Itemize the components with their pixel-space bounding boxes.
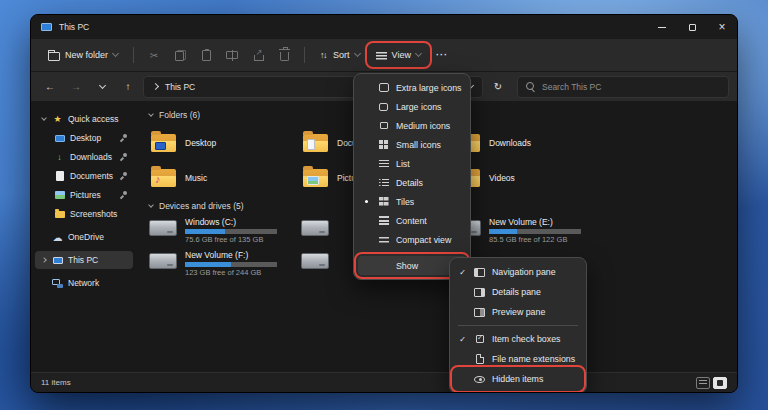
chevron-down-icon [112, 50, 119, 57]
submenu-item-details-pane[interactable]: Details pane [454, 282, 582, 302]
minimize-button[interactable] [647, 15, 677, 39]
search-input[interactable] [542, 82, 720, 92]
sidebar-item-label: Network [68, 278, 99, 288]
cut-icon [150, 50, 158, 61]
navigation-pane: Quick access Desktop Downloads Documents… [31, 102, 137, 372]
submenu-item-navigation-pane[interactable]: ✓ Navigation pane [454, 262, 582, 282]
folder-name: Music [185, 173, 207, 183]
sort-icon [320, 50, 328, 60]
large-icons-icon [379, 103, 388, 111]
maximize-icon [689, 24, 696, 31]
checkmark: ✓ [458, 268, 467, 277]
drive-name: Windows (C:) [185, 217, 277, 227]
drive-tile-windows-c[interactable]: Windows (C:) 75.6 GB free of 135 GB [147, 216, 299, 249]
folder-name: Downloads [489, 138, 531, 148]
submenu-item-preview-pane[interactable]: Preview pane [454, 302, 582, 322]
folder-name: Videos [489, 173, 515, 183]
folders-group-label: Folders (6) [159, 110, 200, 120]
sidebar-item-quick-access[interactable]: Quick access [35, 110, 133, 128]
this-pc-window-icon [41, 23, 52, 31]
maximize-button[interactable] [677, 15, 707, 39]
content-view-icon [379, 216, 389, 225]
submenu-item-file-name-extensions[interactable]: File name extensions [454, 349, 582, 369]
command-bar: New folder Sort View [31, 39, 737, 72]
close-button[interactable] [707, 15, 737, 39]
menu-item-extra-large-icons[interactable]: Extra large icons [358, 78, 466, 97]
menu-separator [362, 252, 462, 253]
sidebar-item-label: Quick access [68, 114, 119, 124]
menu-item-list[interactable]: List [358, 154, 466, 173]
menu-item-compact-view[interactable]: Compact view [358, 230, 466, 249]
rename-icon [226, 51, 238, 59]
sidebar-item-onedrive[interactable]: OneDrive [35, 228, 133, 246]
list-view-icon [379, 159, 389, 168]
breadcrumb[interactable]: This PC [165, 82, 195, 92]
rename-button[interactable] [220, 43, 244, 67]
sidebar-item-pictures[interactable]: Pictures [35, 186, 133, 204]
sidebar-item-this-pc[interactable]: This PC [35, 251, 133, 269]
document-icon [56, 171, 64, 181]
recent-locations-button[interactable] [91, 76, 113, 98]
computer-icon [53, 257, 63, 264]
view-icon [376, 51, 387, 60]
up-button[interactable] [117, 76, 139, 98]
refresh-button[interactable] [487, 76, 509, 98]
search-box[interactable] [517, 76, 729, 98]
hard-drive-icon [301, 253, 329, 269]
menu-item-small-icons[interactable]: Small icons [358, 135, 466, 154]
sidebar-item-label: OneDrive [68, 232, 104, 242]
new-folder-button[interactable]: New folder [41, 45, 125, 66]
drives-group-label: Devices and drives (5) [159, 201, 244, 211]
menu-item-content[interactable]: Content [358, 211, 466, 230]
folder-tile-downloads[interactable]: Downloads [451, 125, 603, 160]
drive-free-space: 85.5 GB free of 122 GB [489, 236, 581, 244]
sidebar-item-desktop[interactable]: Desktop [35, 129, 133, 147]
sidebar-item-label: Documents [70, 171, 113, 181]
view-button[interactable]: View [369, 45, 428, 65]
folder-tile-music[interactable]: Music [147, 160, 299, 195]
drive-tile-new-volume-e[interactable]: New Volume (E:) 85.5 GB free of 122 GB [451, 216, 603, 249]
titlebar: This PC [31, 15, 737, 39]
hard-drive-icon [149, 253, 177, 269]
view-dropdown-menu: Extra large icons Large icons Medium ico… [353, 73, 471, 280]
sort-button[interactable]: Sort [313, 45, 367, 65]
window-title: This PC [59, 22, 89, 32]
menu-item-tiles[interactable]: Tiles [358, 192, 466, 211]
thumbnail-view-toggle[interactable] [713, 377, 727, 389]
submenu-item-item-check-boxes[interactable]: ✓ Item check boxes [454, 329, 582, 349]
sidebar-item-label: This PC [68, 255, 98, 265]
folder-tile-videos[interactable]: Videos [451, 160, 603, 195]
share-button[interactable] [246, 43, 270, 67]
menu-item-details[interactable]: Details [358, 173, 466, 192]
drive-usage-bar [185, 229, 277, 234]
star-icon [52, 114, 63, 124]
chevron-down-icon [148, 202, 154, 208]
sidebar-item-network[interactable]: Network [35, 274, 133, 292]
selected-bullet-icon [365, 200, 368, 203]
paste-button[interactable] [194, 43, 218, 67]
cut-button[interactable] [142, 43, 166, 67]
forward-button[interactable] [65, 76, 87, 98]
sidebar-item-screenshots[interactable]: Screenshots [35, 205, 133, 223]
back-button[interactable] [39, 76, 61, 98]
delete-button[interactable] [272, 43, 296, 67]
folder-icon [55, 211, 65, 218]
sidebar-item-label: Screenshots [70, 209, 117, 219]
preview-pane-icon [474, 308, 485, 317]
menu-item-large-icons[interactable]: Large icons [358, 97, 466, 116]
sidebar-item-label: Pictures [70, 190, 101, 200]
drive-tile-new-volume-f[interactable]: New Volume (F:) 123 GB free of 244 GB [147, 249, 299, 282]
more-options-button[interactable] [430, 43, 454, 67]
submenu-item-hidden-items[interactable]: Hidden items [454, 369, 582, 389]
folder-tile-desktop[interactable]: Desktop [147, 125, 299, 160]
drive-free-space: 123 GB free of 244 GB [185, 269, 277, 277]
details-view-toggle[interactable] [696, 377, 710, 389]
copy-button[interactable] [168, 43, 192, 67]
toolbar-divider [133, 47, 134, 63]
sidebar-item-downloads[interactable]: Downloads [35, 148, 133, 166]
toolbar-divider [304, 47, 305, 63]
hard-drive-icon [301, 220, 329, 236]
sidebar-item-documents[interactable]: Documents [35, 167, 133, 185]
delete-icon [280, 52, 289, 61]
menu-item-medium-icons[interactable]: Medium icons [358, 116, 466, 135]
